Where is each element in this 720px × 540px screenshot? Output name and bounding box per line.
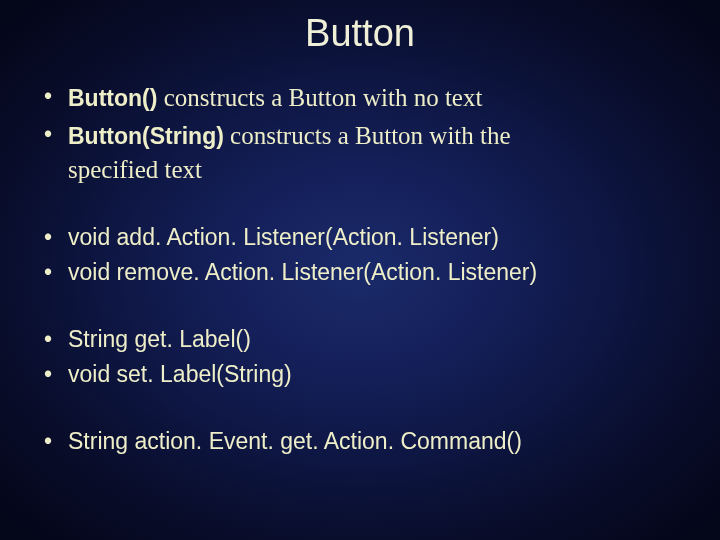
list-item: Button(String) constructs a Button with … xyxy=(40,119,680,187)
list-item: void remove. Action. Listener(Action. Li… xyxy=(40,257,680,288)
slide: Button Button() constructs a Button with… xyxy=(0,0,720,540)
bullet-continuation: specified text xyxy=(68,156,202,183)
bullet-text: void remove. Action. Listener(Action. Li… xyxy=(68,259,537,285)
bullet-list: Button() constructs a Button with no tex… xyxy=(40,81,680,457)
list-item: Button() constructs a Button with no tex… xyxy=(40,81,680,115)
bullet-tail: constructs a Button with the xyxy=(224,122,511,149)
bullet-text: String get. Label() xyxy=(68,326,251,352)
list-item: void add. Action. Listener(Action. Liste… xyxy=(40,222,680,253)
list-item: String action. Event. get. Action. Comma… xyxy=(40,426,680,457)
bullet-text: String action. Event. get. Action. Comma… xyxy=(68,428,522,454)
bullet-text: void set. Label(String) xyxy=(68,361,292,387)
bullet-bold: Button(String) xyxy=(68,123,224,149)
bullet-bold: Button() xyxy=(68,85,157,111)
slide-title: Button xyxy=(40,12,680,55)
list-item: String get. Label() xyxy=(40,324,680,355)
bullet-text: void add. Action. Listener(Action. Liste… xyxy=(68,224,499,250)
list-item: void set. Label(String) xyxy=(40,359,680,390)
bullet-tail: constructs a Button with no text xyxy=(157,84,482,111)
